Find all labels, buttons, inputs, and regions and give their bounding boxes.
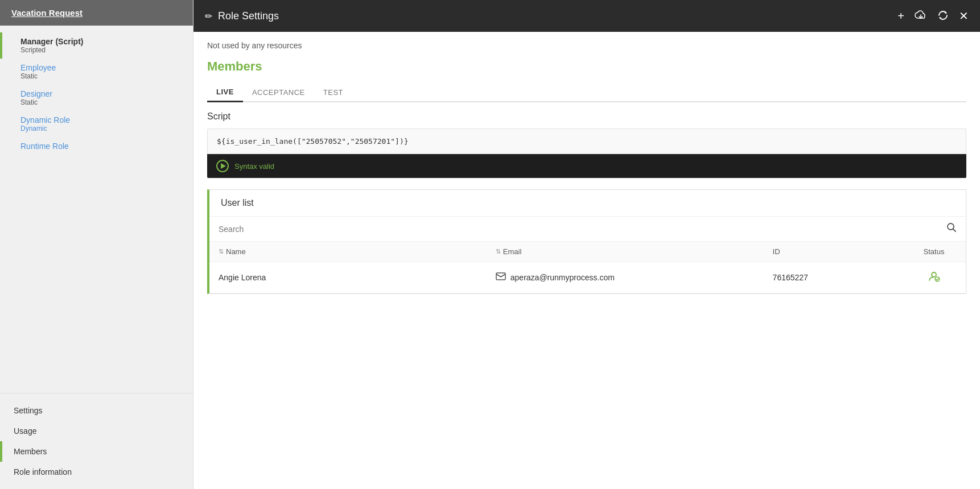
search-icon[interactable] [946,222,957,235]
topbar-left: ✏ Role Settings [205,10,279,22]
play-button[interactable] [216,160,229,172]
table-header: ⇅ Name ⇅ Email ID Status [209,242,966,262]
sort-email-icon[interactable]: ⇅ [496,248,501,255]
search-row [209,217,966,242]
sidebar-role-item[interactable]: Runtime Role [0,137,193,155]
play-triangle-icon [221,163,226,169]
role-type: Dynamic [20,125,179,132]
svg-point-4 [932,272,936,277]
sidebar-role-item[interactable]: Employee Static [0,59,193,85]
row-status [911,269,957,286]
sidebar-nav-item[interactable]: Usage [0,421,193,441]
topbar-actions: + ✕ [897,10,969,23]
col-header-id: ID [773,247,911,256]
role-name: Employee [20,63,179,72]
syntax-bar: Syntax valid [207,154,966,178]
sidebar-nav-item[interactable]: Members [0,441,193,462]
close-icon[interactable]: ✕ [959,10,969,22]
page-title: Role Settings [218,10,279,22]
sidebar-nav: SettingsUsageMembersRole information [0,393,193,489]
content-area: Not used by any resources Members LIVEAC… [193,32,980,489]
table-row: Angie Lorena aperaza@runmyprocess.com 76… [209,262,966,293]
syntax-valid-text: Syntax valid [234,162,274,171]
svg-rect-3 [496,273,505,280]
role-type: Scripted [20,46,179,54]
sort-name-icon[interactable]: ⇅ [219,248,224,255]
search-input[interactable] [219,225,946,234]
sidebar-role-item[interactable]: Manager (Script) Scripted [0,32,193,59]
user-list-panel: User list ⇅ Name ⇅ Email [207,189,966,294]
role-type: Static [20,72,179,80]
sidebar: Vacation Request Manager (Script) Script… [0,0,193,489]
edit-icon: ✏ [205,11,212,22]
row-id: 76165227 [773,273,911,282]
row-email-cell: aperaza@runmyprocess.com [496,272,773,283]
main-area: ✏ Role Settings + ✕ [193,0,980,489]
tabs-bar: LIVEACCEPTANCETEST [207,83,966,102]
row-name: Angie Lorena [219,273,496,282]
role-type: Static [20,98,179,106]
role-name: Dynamic Role [20,115,179,125]
user-list-title: User list [209,190,966,217]
sidebar-nav-item[interactable]: Role information [0,462,193,482]
add-icon[interactable]: + [897,10,904,22]
script-code[interactable]: ${is_user_in_lane(["25057052","25057201"… [207,129,966,154]
col-header-email: ⇅ Email [496,247,773,256]
col-header-name: ⇅ Name [219,247,496,256]
tab-test[interactable]: TEST [314,84,352,101]
not-used-label: Not used by any resources [207,41,966,50]
refresh-icon[interactable] [937,10,949,23]
tab-live[interactable]: LIVE [207,83,243,102]
status-active-icon [927,269,941,286]
members-heading: Members [207,59,966,74]
sidebar-role-item[interactable]: Designer Static [0,85,193,111]
topbar: ✏ Role Settings + ✕ [193,0,980,32]
email-icon [496,272,506,283]
role-name: Manager (Script) [20,37,179,46]
sidebar-role-item[interactable]: Dynamic Role Dynamic [0,111,193,137]
role-name: Runtime Role [20,142,179,151]
svg-line-2 [953,229,956,232]
col-header-status: Status [911,247,957,256]
tab-acceptance[interactable]: ACCEPTANCE [243,84,314,101]
roles-list: Manager (Script) ScriptedEmployee Static… [0,26,193,393]
sidebar-nav-item[interactable]: Settings [0,400,193,421]
app-title[interactable]: Vacation Request [0,0,193,26]
cloud-icon[interactable] [915,10,927,22]
script-label: Script [207,111,966,122]
role-name: Designer [20,89,179,98]
